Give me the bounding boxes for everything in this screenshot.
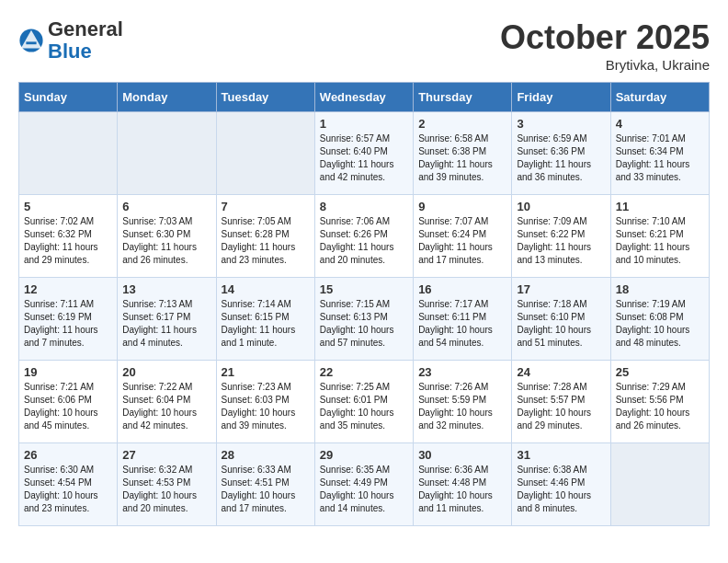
- day-info: Sunrise: 6:33 AM Sunset: 4:51 PM Dayligh…: [222, 464, 310, 515]
- day-info: Sunrise: 7:25 AM Sunset: 6:01 PM Dayligh…: [320, 381, 408, 432]
- calendar-cell: 24Sunrise: 7:28 AM Sunset: 5:57 PM Dayli…: [512, 361, 610, 443]
- day-number: 4: [616, 117, 704, 131]
- day-info: Sunrise: 7:03 AM Sunset: 6:30 PM Dayligh…: [122, 215, 210, 267]
- calendar-cell: 5Sunrise: 7:02 AM Sunset: 6:32 PM Daylig…: [19, 195, 118, 278]
- day-number: 31: [517, 448, 605, 462]
- day-number: 24: [517, 365, 605, 379]
- weekday-header-wednesday: Wednesday: [314, 83, 413, 112]
- day-number: 5: [24, 200, 112, 213]
- day-info: Sunrise: 7:09 AM Sunset: 6:22 PM Dayligh…: [517, 215, 605, 267]
- day-info: Sunrise: 7:01 AM Sunset: 6:34 PM Dayligh…: [616, 132, 704, 184]
- day-info: Sunrise: 6:38 AM Sunset: 4:46 PM Dayligh…: [517, 464, 605, 515]
- calendar-cell: 14Sunrise: 7:14 AM Sunset: 6:15 PM Dayli…: [216, 278, 314, 361]
- day-number: 26: [24, 448, 112, 462]
- day-number: 10: [517, 200, 605, 213]
- calendar-cell: 30Sunrise: 6:36 AM Sunset: 4:48 PM Dayli…: [414, 443, 512, 526]
- day-number: 28: [222, 448, 310, 462]
- day-info: Sunrise: 7:02 AM Sunset: 6:32 PM Dayligh…: [24, 215, 112, 267]
- day-number: 23: [418, 365, 506, 379]
- calendar-week-row: 19Sunrise: 7:21 AM Sunset: 6:06 PM Dayli…: [19, 361, 710, 443]
- calendar-cell: 29Sunrise: 6:35 AM Sunset: 4:49 PM Dayli…: [314, 443, 413, 526]
- calendar-cell: 17Sunrise: 7:18 AM Sunset: 6:10 PM Dayli…: [512, 278, 610, 361]
- calendar-cell: 27Sunrise: 6:32 AM Sunset: 4:53 PM Dayli…: [118, 443, 216, 526]
- day-info: Sunrise: 7:15 AM Sunset: 6:13 PM Dayligh…: [320, 298, 408, 350]
- calendar-cell: 19Sunrise: 7:21 AM Sunset: 6:06 PM Dayli…: [19, 361, 118, 443]
- calendar-cell: 15Sunrise: 7:15 AM Sunset: 6:13 PM Dayli…: [314, 278, 413, 361]
- calendar-cell: [118, 112, 216, 195]
- day-number: 6: [122, 200, 210, 213]
- day-number: 20: [122, 365, 210, 379]
- day-number: 2: [418, 117, 506, 131]
- day-info: Sunrise: 7:17 AM Sunset: 6:11 PM Dayligh…: [418, 298, 506, 350]
- weekday-header-row: SundayMondayTuesdayWednesdayThursdayFrid…: [19, 83, 710, 112]
- day-number: 22: [320, 365, 408, 379]
- day-number: 14: [222, 282, 310, 296]
- day-info: Sunrise: 6:32 AM Sunset: 4:53 PM Dayligh…: [122, 464, 210, 515]
- calendar-cell: 12Sunrise: 7:11 AM Sunset: 6:19 PM Dayli…: [19, 278, 118, 361]
- day-number: 13: [122, 282, 210, 296]
- day-info: Sunrise: 7:13 AM Sunset: 6:17 PM Dayligh…: [122, 298, 210, 350]
- calendar-cell: 26Sunrise: 6:30 AM Sunset: 4:54 PM Dayli…: [19, 443, 118, 526]
- day-info: Sunrise: 7:19 AM Sunset: 6:08 PM Dayligh…: [616, 298, 704, 350]
- calendar-week-row: 5Sunrise: 7:02 AM Sunset: 6:32 PM Daylig…: [19, 195, 710, 278]
- calendar-table: SundayMondayTuesdayWednesdayThursdayFrid…: [18, 82, 710, 526]
- calendar-cell: [216, 112, 314, 195]
- calendar-cell: 7Sunrise: 7:05 AM Sunset: 6:28 PM Daylig…: [216, 195, 314, 278]
- calendar-cell: 22Sunrise: 7:25 AM Sunset: 6:01 PM Dayli…: [314, 361, 413, 443]
- calendar-week-row: 26Sunrise: 6:30 AM Sunset: 4:54 PM Dayli…: [19, 443, 710, 526]
- day-info: Sunrise: 6:58 AM Sunset: 6:38 PM Dayligh…: [418, 132, 506, 184]
- weekday-header-monday: Monday: [118, 83, 216, 112]
- day-number: 12: [24, 282, 112, 296]
- day-info: Sunrise: 7:29 AM Sunset: 5:56 PM Dayligh…: [616, 381, 704, 432]
- day-info: Sunrise: 6:30 AM Sunset: 4:54 PM Dayligh…: [24, 464, 112, 515]
- day-info: Sunrise: 7:14 AM Sunset: 6:15 PM Dayligh…: [222, 298, 310, 350]
- day-number: 15: [320, 282, 408, 296]
- weekday-header-friday: Friday: [512, 83, 610, 112]
- weekday-header-tuesday: Tuesday: [216, 83, 314, 112]
- day-info: Sunrise: 6:36 AM Sunset: 4:48 PM Dayligh…: [418, 464, 506, 515]
- day-number: 11: [616, 200, 704, 213]
- day-number: 9: [418, 200, 506, 213]
- day-info: Sunrise: 7:10 AM Sunset: 6:21 PM Dayligh…: [616, 215, 704, 267]
- calendar-cell: 20Sunrise: 7:22 AM Sunset: 6:04 PM Dayli…: [118, 361, 216, 443]
- weekday-header-saturday: Saturday: [610, 83, 709, 112]
- calendar-cell: 13Sunrise: 7:13 AM Sunset: 6:17 PM Dayli…: [118, 278, 216, 361]
- title-block: October 2025 Brytivka, Ukraine: [500, 18, 710, 73]
- day-number: 30: [418, 448, 506, 462]
- calendar-week-row: 12Sunrise: 7:11 AM Sunset: 6:19 PM Dayli…: [19, 278, 710, 361]
- day-number: 16: [418, 282, 506, 296]
- calendar-cell: 1Sunrise: 6:57 AM Sunset: 6:40 PM Daylig…: [314, 112, 413, 195]
- day-info: Sunrise: 6:35 AM Sunset: 4:49 PM Dayligh…: [320, 464, 408, 515]
- day-info: Sunrise: 7:07 AM Sunset: 6:24 PM Dayligh…: [418, 215, 506, 267]
- logo: General Blue: [18, 18, 123, 63]
- day-info: Sunrise: 7:22 AM Sunset: 6:04 PM Dayligh…: [122, 381, 210, 432]
- calendar-cell: [610, 443, 709, 526]
- day-info: Sunrise: 7:18 AM Sunset: 6:10 PM Dayligh…: [517, 298, 605, 350]
- day-info: Sunrise: 7:23 AM Sunset: 6:03 PM Dayligh…: [222, 381, 310, 432]
- day-number: 25: [616, 365, 704, 379]
- day-number: 1: [320, 117, 408, 131]
- calendar-cell: 9Sunrise: 7:07 AM Sunset: 6:24 PM Daylig…: [414, 195, 512, 278]
- calendar-week-row: 1Sunrise: 6:57 AM Sunset: 6:40 PM Daylig…: [19, 112, 710, 195]
- day-number: 17: [517, 282, 605, 296]
- weekday-header-thursday: Thursday: [414, 83, 512, 112]
- page-header: General Blue October 2025 Brytivka, Ukra…: [18, 18, 710, 73]
- calendar-cell: 21Sunrise: 7:23 AM Sunset: 6:03 PM Dayli…: [216, 361, 314, 443]
- logo-general: General: [48, 17, 123, 40]
- day-number: 29: [320, 448, 408, 462]
- day-info: Sunrise: 7:21 AM Sunset: 6:06 PM Dayligh…: [24, 381, 112, 432]
- weekday-header-sunday: Sunday: [19, 83, 118, 112]
- day-number: 18: [616, 282, 704, 296]
- day-info: Sunrise: 6:57 AM Sunset: 6:40 PM Dayligh…: [320, 132, 408, 184]
- calendar-cell: 4Sunrise: 7:01 AM Sunset: 6:34 PM Daylig…: [610, 112, 709, 195]
- svg-rect-2: [26, 42, 36, 45]
- calendar-cell: 6Sunrise: 7:03 AM Sunset: 6:30 PM Daylig…: [118, 195, 216, 278]
- day-number: 19: [24, 365, 112, 379]
- calendar-cell: 2Sunrise: 6:58 AM Sunset: 6:38 PM Daylig…: [414, 112, 512, 195]
- day-info: Sunrise: 7:11 AM Sunset: 6:19 PM Dayligh…: [24, 298, 112, 350]
- day-info: Sunrise: 6:59 AM Sunset: 6:36 PM Dayligh…: [517, 132, 605, 184]
- calendar-cell: 23Sunrise: 7:26 AM Sunset: 5:59 PM Dayli…: [414, 361, 512, 443]
- calendar-cell: 16Sunrise: 7:17 AM Sunset: 6:11 PM Dayli…: [414, 278, 512, 361]
- day-number: 27: [122, 448, 210, 462]
- calendar-cell: 28Sunrise: 6:33 AM Sunset: 4:51 PM Dayli…: [216, 443, 314, 526]
